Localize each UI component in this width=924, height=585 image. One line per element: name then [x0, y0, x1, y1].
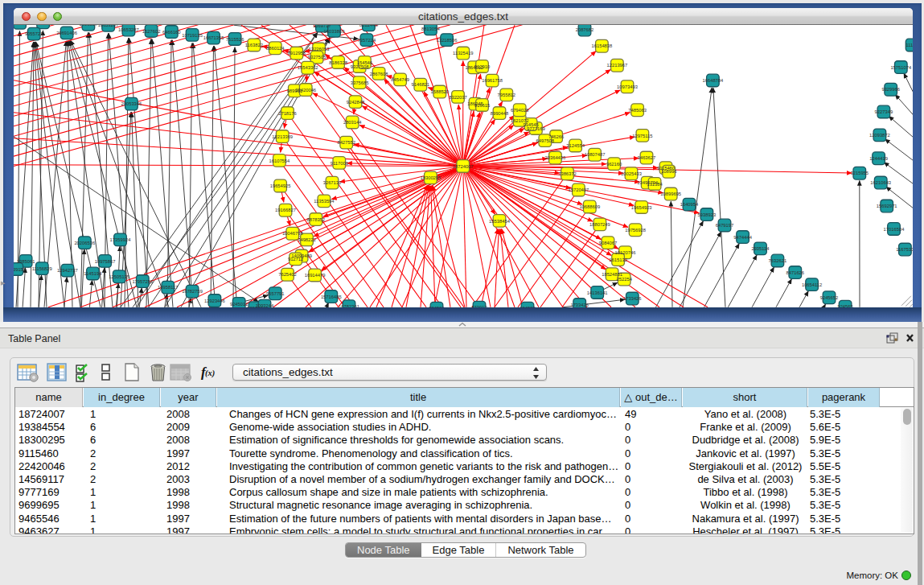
svg-text:10973493: 10973493	[617, 84, 638, 89]
svg-text:1733426: 1733426	[623, 296, 642, 301]
svg-text:17016504: 17016504	[884, 227, 906, 232]
svg-text:6479197: 6479197	[716, 223, 734, 228]
svg-text:924501: 924501	[429, 306, 444, 307]
svg-text:924565: 924565	[837, 304, 852, 307]
svg-text:13226053: 13226053	[309, 47, 330, 51]
svg-text:962160: 962160	[606, 162, 622, 167]
svg-text:9474444: 9474444	[733, 235, 752, 240]
svg-text:1615132: 1615132	[609, 257, 627, 262]
svg-text:104522: 104522	[519, 306, 535, 307]
svg-text:(x): (x)	[205, 369, 215, 378]
svg-text:16782759: 16782759	[182, 289, 203, 294]
svg-text:916615: 916615	[474, 103, 490, 108]
svg-text:16107554: 16107554	[269, 159, 291, 163]
svg-text:20053346: 20053346	[121, 101, 142, 106]
svg-text:13218506: 13218506	[437, 38, 458, 43]
svg-text:19654923: 19654923	[631, 205, 652, 210]
svg-text:7955812: 7955812	[498, 93, 516, 97]
svg-text:17359924: 17359924	[110, 237, 132, 242]
svg-text:14136141: 14136141	[587, 290, 608, 295]
svg-text:8322037: 8322037	[449, 95, 467, 100]
svg-text:3267130: 3267130	[323, 180, 342, 185]
svg-text:1640954: 1640954	[680, 202, 699, 207]
svg-text:20364436: 20364436	[545, 155, 566, 160]
svg-text:7632621: 7632621	[769, 258, 787, 263]
svg-text:12975115: 12975115	[632, 134, 652, 138]
svg-text:2935114: 2935114	[751, 246, 770, 251]
svg-text:1385061: 1385061	[17, 259, 35, 264]
svg-text:10807487: 10807487	[585, 152, 606, 157]
svg-text:10688609: 10688609	[579, 204, 600, 209]
svg-text:23420046: 23420046	[295, 88, 316, 93]
svg-text:8878352: 8878352	[307, 217, 326, 222]
svg-text:8813054: 8813054	[421, 27, 440, 31]
svg-text:9146821: 9146821	[412, 82, 430, 87]
svg-text:108996: 108996	[661, 169, 676, 174]
svg-text:9084067: 9084067	[599, 241, 618, 245]
svg-text:9463627: 9463627	[638, 155, 656, 160]
svg-text:18300295: 18300295	[421, 175, 441, 180]
svg-text:9327505: 9327505	[308, 55, 326, 60]
svg-text:10653267: 10653267	[98, 25, 119, 27]
svg-text:16671355: 16671355	[203, 35, 224, 40]
svg-text:9657791: 9657791	[266, 291, 285, 296]
svg-text:8990448: 8990448	[491, 111, 509, 116]
svg-text:11156829: 11156829	[32, 266, 52, 271]
svg-text:12923446: 12923446	[204, 299, 225, 303]
svg-text:16033809: 16033809	[324, 29, 345, 34]
svg-text:10958117: 10958117	[158, 285, 178, 290]
svg-text:10046798: 10046798	[282, 231, 303, 236]
svg-text:15751074: 15751074	[890, 65, 912, 70]
svg-text:3215955: 3215955	[851, 171, 869, 175]
svg-text:16648784: 16648784	[703, 78, 725, 83]
svg-text:17957255: 17957255	[132, 279, 153, 284]
svg-text:9055721: 9055721	[25, 31, 43, 36]
svg-text:10653287: 10653287	[118, 27, 139, 32]
svg-text:1163822: 1163822	[245, 43, 263, 47]
svg-text:912712: 912712	[288, 257, 303, 262]
svg-text:16210643: 16210643	[870, 180, 891, 185]
svg-text:8012443: 8012443	[359, 25, 378, 27]
svg-text:10975867: 10975867	[95, 259, 116, 264]
svg-text:1167533: 1167533	[896, 247, 913, 252]
svg-text:1527602: 1527602	[142, 29, 161, 34]
svg-text:2803144: 2803144	[343, 120, 362, 125]
svg-text:20206536: 20206536	[74, 241, 95, 245]
svg-text:16961758: 16961758	[482, 78, 503, 83]
svg-text:6466160: 6466160	[162, 30, 181, 35]
svg-text:3124554: 3124554	[566, 143, 585, 148]
svg-text:15720407: 15720407	[569, 187, 589, 192]
svg-text:3375685: 3375685	[351, 80, 369, 85]
svg-text:873012: 873012	[471, 305, 487, 307]
svg-text:19756928: 19756928	[625, 228, 646, 233]
svg-text:15692971: 15692971	[877, 204, 897, 208]
svg-text:2087682: 2087682	[576, 27, 594, 32]
svg-text:1621072: 1621072	[511, 118, 529, 123]
svg-text:154546: 154546	[357, 60, 372, 65]
svg-text:1145194: 1145194	[84, 271, 102, 276]
svg-text:16782361: 16782361	[339, 304, 359, 307]
svg-text:16543362: 16543362	[298, 65, 318, 70]
svg-text:8427552: 8427552	[337, 140, 355, 145]
svg-text:20691406: 20691406	[56, 31, 77, 35]
svg-text:11123: 11123	[906, 43, 913, 47]
svg-text:12505135: 12505135	[109, 274, 129, 279]
svg-text:1906557: 1906557	[80, 25, 98, 27]
svg-text:912910: 912910	[474, 64, 490, 69]
svg-text:9242848: 9242848	[347, 100, 365, 105]
svg-text:9117006: 9117006	[331, 161, 348, 166]
svg-text:9245652: 9245652	[820, 295, 839, 300]
svg-text:12213369: 12213369	[272, 134, 293, 139]
svg-text:9227349: 9227349	[875, 109, 893, 114]
svg-text:12093872: 12093872	[869, 133, 890, 138]
svg-text:15538454: 15538454	[489, 219, 511, 224]
svg-text:8912955: 8912955	[288, 51, 306, 56]
svg-text:12213967: 12213967	[607, 63, 628, 68]
svg-text:7625402: 7625402	[278, 272, 297, 277]
svg-text:252254: 252254	[617, 277, 633, 282]
svg-text:1244419: 1244419	[869, 156, 888, 161]
svg-text:8454749: 8454749	[391, 77, 409, 82]
svg-text:1498222: 1498222	[298, 237, 316, 242]
svg-text:10654112: 10654112	[802, 282, 822, 287]
svg-text:8860124: 8860124	[266, 46, 285, 51]
